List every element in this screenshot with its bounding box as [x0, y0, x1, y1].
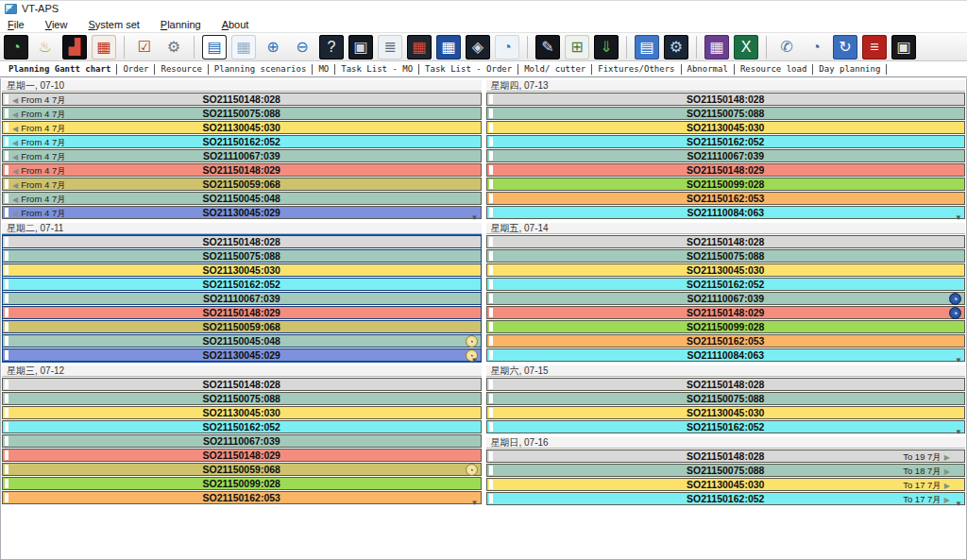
- order-bar[interactable]: SO21130045:030: [486, 406, 966, 419]
- order-bar[interactable]: ◀From 4 7月SO21150059:068: [2, 178, 482, 191]
- menu-file[interactable]: File: [8, 19, 25, 30]
- bar-chart-icon[interactable]: ▟: [62, 35, 87, 59]
- order-bar[interactable]: SO21110067:039: [2, 292, 482, 305]
- more-items-icon[interactable]: ▼: [471, 500, 479, 507]
- order-bar[interactable]: SO21150162:053: [486, 192, 966, 205]
- grid-blue-icon[interactable]: ▦: [436, 35, 461, 59]
- order-bar[interactable]: SO21150148:028: [486, 235, 966, 248]
- shield-icon[interactable]: ◈: [466, 35, 490, 59]
- tab-planning-scenarios[interactable]: Planning scenarios: [209, 64, 313, 74]
- order-bar[interactable]: SO21150162:052: [2, 278, 482, 291]
- grid-red-blue-icon[interactable]: ▦: [407, 35, 432, 59]
- order-bar[interactable]: SO21150162:052To 17 7月▶▼: [486, 492, 966, 505]
- order-bar[interactable]: SO21150162:052: [2, 420, 482, 433]
- order-bar[interactable]: SO21150075:088: [2, 249, 482, 263]
- order-bar[interactable]: SO21150075:088: [486, 392, 966, 405]
- order-bar[interactable]: SO21150099:028: [2, 477, 482, 490]
- gears-icon[interactable]: ⚙: [161, 35, 186, 59]
- order-bar[interactable]: ◀From 4 7月SO21110067:039: [2, 149, 482, 162]
- more-items-icon[interactable]: ▼: [955, 501, 962, 508]
- order-bar[interactable]: ◀From 4 7月SO21130045:029▼: [2, 206, 482, 219]
- calendar-edit-icon[interactable]: ▦: [92, 35, 116, 59]
- order-bar[interactable]: SO21150075:088: [486, 249, 966, 263]
- person-checklist-icon[interactable]: ☑: [132, 35, 157, 59]
- order-bar[interactable]: ◀From 4 7月SO21150075:088: [2, 107, 482, 120]
- book-gear-icon[interactable]: ⚙: [664, 35, 688, 59]
- clock-map-icon[interactable]: ◔: [495, 35, 519, 59]
- menu-planning[interactable]: Planning: [161, 19, 201, 30]
- order-bar[interactable]: SO21150148:028: [2, 235, 482, 248]
- order-bar[interactable]: ◀From 4 7月SO21150148:029: [2, 163, 482, 177]
- mobile-sync-icon[interactable]: ✆: [774, 35, 799, 59]
- menu-system-set[interactable]: System set: [88, 19, 139, 30]
- calendar-clock-icon[interactable]: ▦: [704, 35, 729, 59]
- order-bar[interactable]: SO21110067:039: [2, 434, 482, 448]
- printer-icon[interactable]: ▣: [348, 35, 373, 59]
- order-bar[interactable]: ◀From 4 7月SO21150148:028: [2, 93, 482, 106]
- table-chart-icon[interactable]: ▦: [231, 35, 256, 59]
- order-bar[interactable]: SO21150162:053: [486, 334, 966, 348]
- floppy-disk-icon[interactable]: ▣: [891, 35, 916, 59]
- order-bar[interactable]: SO21130045:030: [486, 121, 966, 134]
- order-bar[interactable]: SO21150148:029◔: [486, 306, 966, 319]
- clipboard-add-icon[interactable]: ⊞: [565, 35, 589, 59]
- tab-resource[interactable]: Resource: [155, 64, 207, 74]
- save-export-icon[interactable]: ⇓: [594, 35, 619, 59]
- tab-abnormal[interactable]: Abnormal: [682, 64, 734, 74]
- zoom-out-icon[interactable]: ⊖: [290, 35, 314, 59]
- order-bar[interactable]: SO21110084:063▼: [486, 348, 966, 362]
- menu-view[interactable]: View: [45, 19, 68, 30]
- excel-export-icon[interactable]: X: [734, 35, 758, 59]
- order-bar[interactable]: SO21130045:029◔▼: [2, 348, 482, 362]
- order-bar[interactable]: SO21150099:028: [486, 178, 966, 191]
- order-bar[interactable]: SO21150059:068: [2, 320, 482, 333]
- order-bar[interactable]: SO21150148:028: [2, 378, 482, 391]
- zoom-in-icon[interactable]: ⊕: [261, 35, 285, 59]
- tab-order[interactable]: Order: [117, 64, 154, 74]
- order-bar[interactable]: SO21150075:088: [486, 107, 966, 120]
- order-bar[interactable]: SO21130045:030To 17 7月▶: [486, 478, 966, 491]
- tab-task-list-mo[interactable]: Task List - MO: [335, 64, 418, 74]
- print-list-icon[interactable]: ≣: [378, 35, 402, 59]
- order-bar[interactable]: SO21130045:030: [2, 406, 482, 419]
- tab-fixtures-others[interactable]: Fixtures/Others: [592, 64, 680, 74]
- order-bar[interactable]: ◀From 4 7月SO21130045:030: [2, 121, 482, 134]
- tab-resource-load[interactable]: Resource load: [735, 64, 812, 74]
- more-items-icon[interactable]: ▼: [955, 429, 962, 436]
- tab-day-planning[interactable]: Day planning: [813, 64, 886, 74]
- order-bar[interactable]: SO21150148:029: [486, 163, 966, 177]
- order-bar[interactable]: SO21150148:029: [2, 449, 482, 462]
- stopwatch-icon[interactable]: ◔: [804, 35, 828, 59]
- order-bar[interactable]: SO21150059:068◔: [2, 463, 482, 476]
- order-bar[interactable]: ◀From 4 7月SO21150045:048: [2, 192, 482, 205]
- more-items-icon[interactable]: ▼: [955, 357, 962, 365]
- tab-planning-gantt-chart[interactable]: Planning Gantt chart: [3, 64, 116, 74]
- tab-task-list-order[interactable]: Task List - Order: [419, 64, 517, 74]
- drawer-stack-icon[interactable]: ≡: [862, 35, 887, 59]
- folder-icon[interactable]: ▤: [635, 35, 659, 59]
- teacup-icon[interactable]: ♨: [33, 35, 58, 59]
- order-bar[interactable]: SO21150075:088: [2, 392, 482, 405]
- order-bar[interactable]: SO21150162:052: [486, 278, 966, 291]
- more-items-icon[interactable]: ▼: [471, 214, 479, 222]
- more-items-icon[interactable]: ▼: [955, 214, 962, 222]
- order-bar[interactable]: SO21150162:052▼: [486, 420, 966, 433]
- order-bar[interactable]: SO21150099:028: [486, 320, 966, 333]
- order-bar[interactable]: SO21110067:039◔: [486, 292, 966, 305]
- order-bar[interactable]: SO21130045:030: [2, 263, 482, 277]
- calendar-refresh-icon[interactable]: ↻: [833, 35, 857, 59]
- order-bar[interactable]: SO21110084:063▼: [486, 206, 966, 219]
- tab-mo[interactable]: MO: [313, 64, 334, 74]
- order-bar[interactable]: ◀From 4 7月SO21150162:052: [2, 135, 482, 148]
- menu-about[interactable]: About: [222, 19, 249, 30]
- order-bar[interactable]: SO21110067:039: [486, 149, 966, 162]
- order-bar[interactable]: SO21150148:028: [486, 378, 966, 391]
- gauge-clock-icon[interactable]: ◔: [4, 35, 28, 59]
- tab-mold-cutter[interactable]: Mold/ cutter: [518, 64, 591, 74]
- order-bar[interactable]: SO21150162:052: [486, 135, 966, 148]
- calendar-question-icon[interactable]: ?: [319, 35, 344, 59]
- order-bar[interactable]: SO21130045:030: [486, 263, 966, 277]
- order-bar[interactable]: SO21150148:028: [486, 93, 966, 106]
- order-bar[interactable]: SO21150045:048◔: [2, 334, 482, 348]
- gantt-chart-icon[interactable]: ▤: [202, 35, 227, 59]
